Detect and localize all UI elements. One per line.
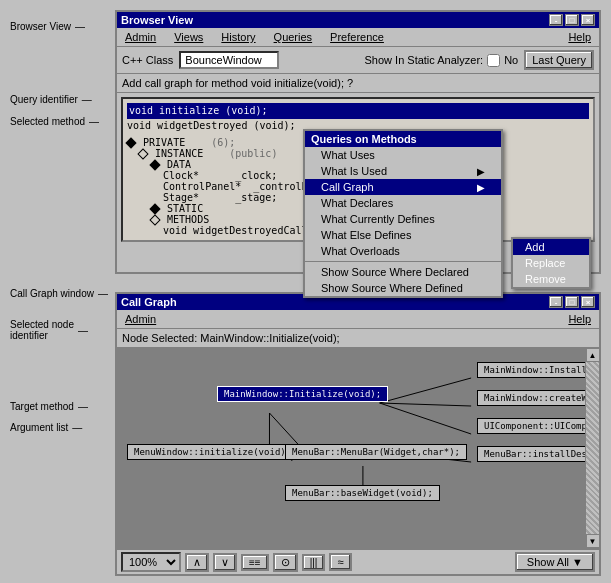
node-selected-bar: Node Selected: MainWindow::Initialize(vo…	[117, 329, 599, 348]
cg-node-menubar-install[interactable]: MenuBar::installDestroyHandler(vo	[477, 446, 599, 462]
data-diamond-icon	[149, 159, 160, 170]
show-all-btn[interactable]: Show All ▼	[515, 552, 595, 572]
call-graph-arrow: ▶	[477, 182, 485, 193]
selected-node-label-row: Selected nodeidentifier —	[10, 319, 115, 341]
show-static-group: Show In Static Analyzer: No	[365, 54, 519, 67]
methods-diamond-icon	[149, 214, 160, 225]
menu-views[interactable]: Views	[170, 30, 207, 44]
menu-admin[interactable]: Admin	[121, 30, 160, 44]
query-identifier-label: Query identifier	[10, 91, 78, 109]
zoom-select[interactable]: 100% 75% 50% 150%	[121, 552, 181, 572]
top-section: Browser View — Query identifier — Select…	[10, 10, 601, 274]
top-labels: Browser View — Query identifier — Select…	[10, 10, 115, 131]
static-diamond-icon	[149, 203, 160, 214]
cg-node-menubar-base[interactable]: MenuBar::baseWidget(void);	[285, 485, 440, 501]
menu-item-what-declares[interactable]: What Declares	[305, 195, 501, 211]
browser-view-label: Browser View	[10, 18, 71, 36]
instance-label: INSTANCE	[155, 148, 203, 159]
cg-node-ui-component[interactable]: UIComponent::UIComponent(const	[477, 418, 599, 434]
menu-item-what-else-defines[interactable]: What Else Defines	[305, 227, 501, 243]
nav-btn-6[interactable]: ≈	[329, 553, 351, 571]
browser-content: void initialize (void); void widgetDestr…	[117, 93, 599, 272]
query-bar: Add call graph for method void initializ…	[117, 74, 599, 93]
browser-titlebar-buttons: - □ ×	[549, 14, 595, 26]
maximize-btn[interactable]: □	[565, 14, 579, 26]
submenu-replace[interactable]: Replace	[513, 255, 589, 271]
nav-btn-2[interactable]: ∨	[213, 553, 237, 572]
class-panel: void initialize (void); void widgetDestr…	[121, 97, 595, 242]
last-query-btn[interactable]: Last Query	[524, 50, 594, 70]
browser-view-label-row: Browser View —	[10, 18, 115, 36]
call-graph-window: Call Graph - □ × Admin Help Node Selecte…	[115, 292, 601, 576]
menu-item-what-currently-defines[interactable]: What Currently Defines	[305, 211, 501, 227]
show-static-label: Show In Static Analyzer:	[365, 54, 484, 66]
class-label: C++ Class	[122, 54, 173, 66]
target-method-label-row: Target method —	[10, 401, 115, 412]
context-menu-title: Queries on Methods	[305, 131, 501, 147]
scroll-down-btn[interactable]: ▼	[586, 534, 600, 548]
svg-line-0	[380, 378, 471, 403]
call-graph-title: Call Graph	[121, 296, 177, 308]
nav-btn-5[interactable]: |||	[302, 554, 326, 571]
cg-content[interactable]: MainWindow::Initialize(void); MainWindow…	[117, 348, 599, 548]
static-label: STATIC	[167, 203, 203, 214]
browser-view-window: Browser View - □ × Admin Views History Q…	[115, 10, 601, 274]
node-selected-text: Node Selected: MainWindow::Initialize(vo…	[122, 332, 340, 344]
nav-btn-3[interactable]: ≡≡	[241, 554, 269, 571]
cg-menu-help[interactable]: Help	[564, 312, 595, 326]
menu-preference[interactable]: Preference	[326, 30, 388, 44]
cg-status-bar: 100% 75% 50% 150% ∧ ∨ ≡≡ ⊙ ||| ≈ Show Al…	[117, 548, 599, 574]
selected-node-label: Selected nodeidentifier	[10, 319, 74, 341]
bottom-labels: Call Graph window — Selected nodeidentif…	[10, 282, 115, 433]
browser-toolbar: C++ Class Show In Static Analyzer: No La…	[117, 47, 599, 74]
submenu-add[interactable]: Add	[513, 239, 589, 255]
minimize-btn[interactable]: -	[549, 14, 563, 26]
cg-node-create-work[interactable]: MainWindow::createWorkArea(Widget);	[477, 390, 599, 406]
no-label: No	[504, 54, 518, 66]
browser-view-title: Browser View	[121, 14, 193, 26]
cg-scrollbar-v: ▲ ▼	[585, 348, 599, 548]
menu-history[interactable]: History	[217, 30, 259, 44]
scroll-up-btn[interactable]: ▲	[586, 348, 600, 362]
submenu-remove[interactable]: Remove	[513, 271, 589, 287]
class-input[interactable]	[179, 51, 279, 69]
selected-method-label: Selected method	[10, 113, 85, 131]
what-is-used-arrow: ▶	[477, 166, 485, 177]
close-btn[interactable]: ×	[581, 14, 595, 26]
cg-node-main-init[interactable]: MainWindow::Initialize(void);	[217, 386, 388, 402]
menu-queries[interactable]: Queries	[270, 30, 317, 44]
menu-item-call-graph[interactable]: Call Graph ▶ Add Replace Remove	[305, 179, 501, 195]
query-text: Add call graph for method void initializ…	[122, 77, 353, 89]
query-identifier-label-row: Query identifier —	[10, 91, 115, 109]
method-initialize: void initialize (void);	[127, 103, 589, 119]
bottom-section: Call Graph window — Selected nodeidentif…	[10, 282, 601, 576]
menu-item-what-is-used[interactable]: What Is Used ▶	[305, 163, 501, 179]
browser-view-titlebar: Browser View - □ ×	[117, 12, 599, 28]
menu-help[interactable]: Help	[564, 30, 595, 44]
scroll-track[interactable]	[586, 362, 600, 534]
context-menu-divider	[305, 261, 501, 262]
svg-line-1	[380, 403, 471, 406]
cg-menubar: Admin Help	[117, 310, 599, 329]
target-method-label: Target method	[10, 401, 74, 412]
diamond-empty-icon	[137, 148, 148, 159]
nav-btn-4[interactable]: ⊙	[273, 553, 298, 572]
diamond-icon	[125, 137, 136, 148]
cg-maximize-btn[interactable]: □	[565, 296, 579, 308]
menu-item-what-uses[interactable]: What Uses	[305, 147, 501, 163]
cg-node-menu-window[interactable]: MenuWindow::initialize(void);	[127, 444, 298, 460]
cg-minimize-btn[interactable]: -	[549, 296, 563, 308]
cg-node-install-destroy[interactable]: MainWindow::InstallDestroyHandler(void	[477, 362, 599, 378]
show-static-checkbox[interactable]	[487, 54, 500, 67]
nav-btn-1[interactable]: ∧	[185, 553, 209, 572]
menu-item-show-source-declared[interactable]: Show Source Where Declared	[305, 264, 501, 280]
svg-line-2	[380, 403, 471, 434]
cg-menu-admin[interactable]: Admin	[121, 312, 160, 326]
call-graph-submenu: Add Replace Remove	[511, 237, 591, 289]
argument-list-label-row: Argument list —	[10, 422, 115, 433]
menu-item-show-source-defined[interactable]: Show Source Where Defined	[305, 280, 501, 296]
browser-menubar: Admin Views History Queries Preference H…	[117, 28, 599, 47]
menu-item-what-overloads[interactable]: What Overloads	[305, 243, 501, 259]
cg-close-btn[interactable]: ×	[581, 296, 595, 308]
cg-node-menubar[interactable]: MenuBar::MenuBar(Widget,char*);	[285, 444, 467, 460]
